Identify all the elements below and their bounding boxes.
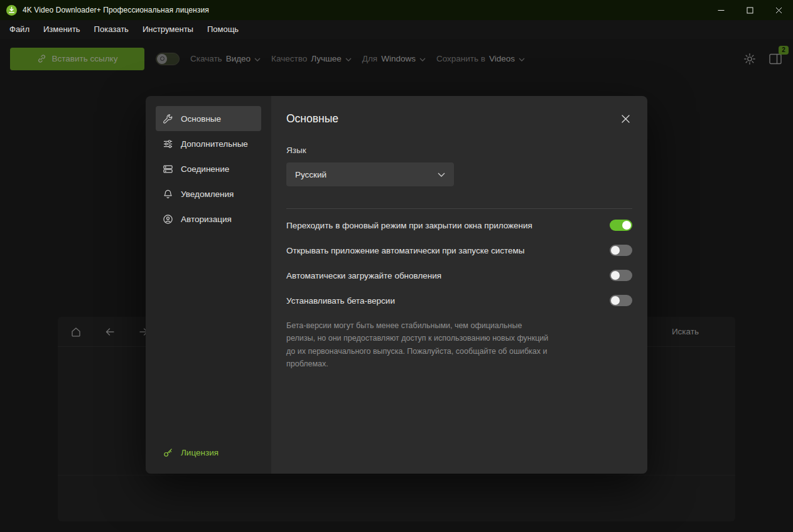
section-divider xyxy=(286,208,632,209)
toggle-row-autoupdate: Автоматически загружайте обновления xyxy=(286,263,632,288)
sliders-icon xyxy=(162,139,173,149)
toggle-row-autostart: Открывать приложение автоматически при з… xyxy=(286,238,632,263)
nav-item-authorization[interactable]: Авторизация xyxy=(156,206,261,231)
bell-icon xyxy=(162,189,173,200)
user-icon xyxy=(162,214,173,225)
minimize-button[interactable] xyxy=(706,0,735,20)
nav-item-label: Уведомления xyxy=(181,189,234,199)
toggle-row-beta: Устанавливать бета-версии xyxy=(286,288,632,313)
nav-item-label: Дополнительные xyxy=(181,139,248,149)
menu-help[interactable]: Помощь xyxy=(200,20,245,39)
autoupdate-toggle[interactable] xyxy=(610,270,632,281)
window-controls xyxy=(706,0,793,20)
license-label: Лицензия xyxy=(181,448,218,457)
titlebar: 4K Video Downloader+ Профессиональная ли… xyxy=(0,0,793,20)
key-icon xyxy=(162,447,173,458)
nav-item-label: Основные xyxy=(181,114,221,124)
toggle-list: Переходить в фоновый режим при закрытии … xyxy=(286,213,632,313)
language-value: Русский xyxy=(295,170,326,179)
menu-file[interactable]: Файл xyxy=(3,20,36,39)
menu-tools[interactable]: Инструменты xyxy=(136,20,200,39)
nav-item-label: Соединение xyxy=(181,164,229,174)
close-button[interactable] xyxy=(764,0,793,20)
nav-item-label: Авторизация xyxy=(181,215,232,224)
beta-description: Бета-версии могут быть менее стабильными… xyxy=(286,319,553,370)
chevron-down-icon xyxy=(438,173,445,177)
beta-toggle[interactable] xyxy=(610,295,632,306)
nav-item-license[interactable]: Лицензия xyxy=(156,440,261,465)
app-logo-icon xyxy=(6,5,17,16)
nav-item-connection[interactable]: Соединение xyxy=(156,156,261,181)
app-window: 4K Video Downloader+ Профессиональная ли… xyxy=(0,0,793,532)
language-select[interactable]: Русский xyxy=(286,162,454,186)
maximize-button[interactable] xyxy=(735,0,764,20)
settings-nav: Основные Дополнительные xyxy=(146,96,271,474)
settings-dialog: Основные Дополнительные xyxy=(146,96,647,474)
nav-item-advanced[interactable]: Дополнительные xyxy=(156,131,261,156)
nav-item-general[interactable]: Основные xyxy=(156,106,261,131)
toggle-row-background-mode: Переходить в фоновый режим при закрытии … xyxy=(286,213,632,238)
server-icon xyxy=(162,164,173,174)
menu-edit[interactable]: Изменить xyxy=(36,20,87,39)
language-label: Язык xyxy=(286,146,632,155)
dialog-close-icon[interactable] xyxy=(618,112,632,125)
autostart-toggle[interactable] xyxy=(610,245,632,256)
wrench-icon xyxy=(162,114,173,124)
background-mode-toggle[interactable] xyxy=(610,220,632,231)
nav-item-notifications[interactable]: Уведомления xyxy=(156,181,261,206)
settings-page-title: Основные xyxy=(286,96,632,126)
window-title: 4K Video Downloader+ Профессиональная ли… xyxy=(23,6,209,14)
menu-view[interactable]: Показать xyxy=(87,20,136,39)
menubar: Файл Изменить Показать Инструменты Помощ… xyxy=(0,20,793,39)
settings-content: Основные Язык Русский Переходить в фонов… xyxy=(271,96,647,474)
